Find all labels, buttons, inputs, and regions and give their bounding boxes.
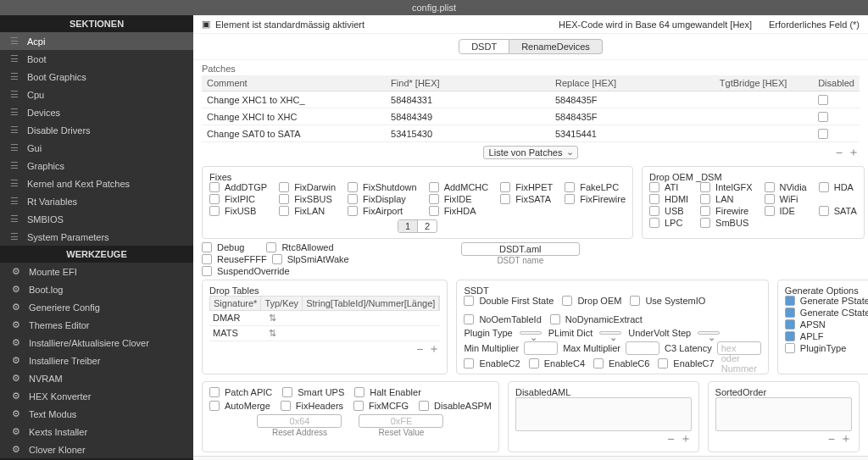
tool-item-nvram[interactable]: ⚙NVRAM — [0, 369, 193, 387]
adddtgp-checkbox[interactable] — [209, 182, 220, 192]
fixusb-checkbox[interactable] — [209, 206, 220, 216]
generatepstates-checkbox[interactable] — [785, 296, 795, 306]
fixmcfg-checkbox[interactable] — [353, 401, 364, 411]
suspend-checkbox[interactable] — [202, 266, 212, 276]
c3lat-input[interactable]: hex oder Nummer — [717, 341, 761, 355]
fixes-pager[interactable]: 12 — [398, 219, 437, 233]
disabled-checkbox[interactable] — [818, 112, 828, 122]
dropoem-checkbox[interactable] — [562, 296, 572, 306]
ide-checkbox[interactable] — [765, 206, 775, 216]
ec2-checkbox[interactable] — [464, 358, 474, 369]
fakelpc-checkbox[interactable] — [565, 182, 575, 192]
sidebar-item-boot-graphics[interactable]: ☰Boot Graphics — [0, 68, 193, 86]
table-row[interactable]: DMAR⇅ — [209, 311, 440, 326]
sidebar-item-disable-drivers[interactable]: ☰Disable Drivers — [0, 121, 193, 139]
tool-item-text-modus[interactable]: ⚙Text Modus — [0, 405, 193, 423]
sidebar-item-smbios[interactable]: ☰SMBIOS — [0, 210, 193, 228]
firewire-checkbox[interactable] — [700, 206, 710, 216]
drop-add-icon[interactable]: ＋ — [428, 341, 440, 357]
ec4-checkbox[interactable] — [529, 358, 539, 369]
sorted-remove-icon[interactable]: − — [828, 432, 835, 446]
reset-val-input[interactable]: 0xFE — [359, 414, 443, 428]
tab-dsdt[interactable]: DSDT — [459, 39, 509, 54]
maxmul-input[interactable] — [626, 341, 659, 355]
tool-item-hex-konverter[interactable]: ⚙HEX Konverter — [0, 387, 193, 405]
nooem-checkbox[interactable] — [464, 314, 474, 324]
fixfirewire-checkbox[interactable] — [565, 194, 575, 204]
table-row[interactable]: Change XHC1 to XHC_584843315848435F — [202, 91, 860, 108]
daml-remove-icon[interactable]: − — [667, 432, 674, 446]
ati-checkbox[interactable] — [649, 182, 659, 192]
fixipic-checkbox[interactable] — [209, 194, 220, 204]
patchapic-checkbox[interactable] — [209, 387, 220, 397]
lan-checkbox[interactable] — [700, 194, 710, 204]
sidebar-item-kernel-and-kext-patches[interactable]: ☰Kernel and Kext Patches — [0, 175, 193, 192]
ec6-checkbox[interactable] — [593, 358, 604, 369]
aplf-checkbox[interactable] — [785, 331, 795, 341]
smartups-checkbox[interactable] — [282, 387, 292, 397]
sidebar-item-acpi[interactable]: ☰Acpi — [0, 32, 193, 50]
sidebar-item-devices[interactable]: ☰Devices — [0, 103, 193, 121]
fixheaders-checkbox[interactable] — [281, 401, 291, 411]
minmul-input[interactable] — [524, 341, 558, 355]
plimit-select[interactable] — [599, 331, 621, 335]
patches-add-icon[interactable]: ＋ — [848, 145, 860, 160]
reuse-checkbox[interactable] — [202, 254, 212, 264]
table-row[interactable]: Change XHCI to XHC584843495848435F — [202, 108, 860, 125]
sidebar-item-gui[interactable]: ☰Gui — [0, 139, 193, 157]
fixide-checkbox[interactable] — [429, 194, 439, 204]
fixairport-checkbox[interactable] — [348, 206, 358, 216]
apsn-checkbox[interactable] — [785, 319, 795, 330]
rtc-checkbox[interactable] — [266, 242, 276, 252]
reset-addr-input[interactable]: 0x64 — [257, 414, 342, 428]
plugin-select[interactable] — [520, 331, 542, 335]
wifi-checkbox[interactable] — [765, 194, 775, 204]
tool-item-installiere-aktualisiere-clover[interactable]: ⚙Installiere/Aktualisiere Clover — [0, 334, 193, 352]
dfs-checkbox[interactable] — [464, 296, 474, 306]
sata-checkbox[interactable] — [819, 206, 829, 216]
collapse-icon[interactable]: ▣ — [202, 19, 210, 30]
tool-item-installiere-treiber[interactable]: ⚙Installiere Treiber — [0, 352, 193, 369]
drop-remove-icon[interactable]: − — [416, 342, 423, 356]
hdmi-checkbox[interactable] — [649, 194, 659, 204]
fixdarwin-checkbox[interactable] — [279, 182, 289, 192]
disabled-checkbox[interactable] — [818, 95, 828, 105]
table-row[interactable]: MATS⇅ — [209, 326, 440, 341]
fixhda-checkbox[interactable] — [429, 206, 439, 216]
tool-item-clover-kloner[interactable]: ⚙Clover Kloner — [0, 441, 193, 458]
sysio-checkbox[interactable] — [630, 296, 640, 306]
daml-add-icon[interactable]: ＋ — [680, 431, 692, 446]
nvidia-checkbox[interactable] — [765, 182, 775, 192]
disaspm-checkbox[interactable] — [419, 401, 429, 411]
undervolt-select[interactable] — [698, 331, 720, 335]
debug-checkbox[interactable] — [202, 242, 212, 252]
patches-list-select[interactable]: Liste von Patches — [483, 146, 579, 159]
tab-renamedevices[interactable]: RenameDevices — [509, 39, 603, 54]
tool-item-kexts-installer[interactable]: ⚙Kexts Installer — [0, 423, 193, 441]
usb-checkbox[interactable] — [649, 206, 659, 216]
sidebar-item-cpu[interactable]: ☰Cpu — [0, 86, 193, 103]
intelgfx-checkbox[interactable] — [700, 182, 710, 192]
sorted-add-icon[interactable]: ＋ — [840, 431, 852, 446]
table-row[interactable]: Change SAT0 to SATA5341543053415441 — [202, 125, 860, 142]
fixdisplay-checkbox[interactable] — [348, 194, 358, 204]
fixsata-checkbox[interactable] — [500, 194, 510, 204]
fixhpet-checkbox[interactable] — [500, 182, 510, 192]
addmchc-checkbox[interactable] — [429, 182, 439, 192]
halt-checkbox[interactable] — [354, 387, 364, 397]
disabled-checkbox[interactable] — [818, 129, 828, 139]
fixsbus-checkbox[interactable] — [279, 194, 289, 204]
tool-item-themes-editor[interactable]: ⚙Themes Editor — [0, 316, 193, 334]
hda-checkbox[interactable] — [819, 182, 829, 192]
tool-item-mounte-efi[interactable]: ⚙Mounte EFI — [0, 263, 193, 280]
sidebar-item-boot[interactable]: ☰Boot — [0, 50, 193, 68]
lpc-checkbox[interactable] — [649, 218, 659, 228]
sidebar-item-rt-variables[interactable]: ☰Rt Variables — [0, 192, 193, 210]
plugintype-checkbox[interactable] — [785, 343, 795, 353]
fixlan-checkbox[interactable] — [279, 206, 289, 216]
sidebar-item-system-parameters[interactable]: ☰System Parameters — [0, 228, 193, 246]
tool-item-boot.log[interactable]: ⚙Boot.log — [0, 280, 193, 298]
slp-checkbox[interactable] — [272, 254, 282, 264]
dsdt-name-input[interactable]: DSDT.aml — [461, 242, 580, 256]
automerge-checkbox[interactable] — [209, 401, 220, 411]
